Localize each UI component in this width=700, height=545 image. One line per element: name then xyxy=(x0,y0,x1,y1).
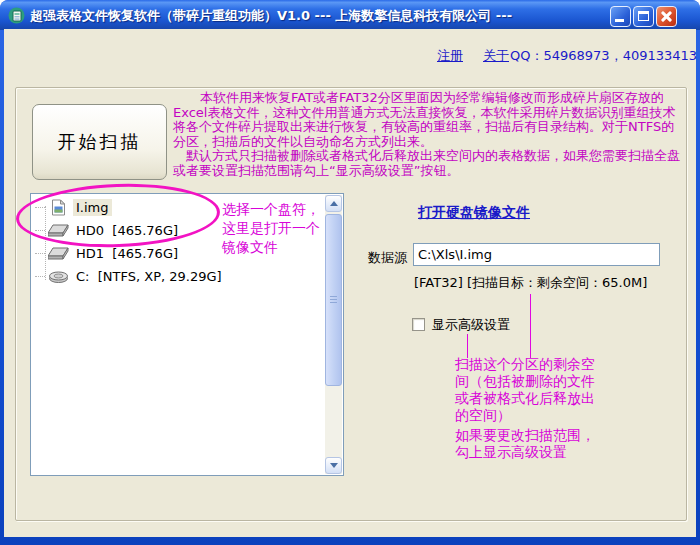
register-link[interactable]: 注册 xyxy=(437,47,463,65)
advanced-settings-checkbox[interactable] xyxy=(412,318,425,331)
maximize-button[interactable] xyxy=(633,6,654,27)
advanced-settings-label[interactable]: 显示高级设置 xyxy=(432,316,510,334)
hard-disk-icon xyxy=(47,222,69,240)
qq-contact-text: QQ：54968973，409133413 xyxy=(510,47,697,65)
scroll-up-button[interactable] xyxy=(325,195,342,212)
about-link[interactable]: 关于 xyxy=(483,47,509,65)
arrow-up-icon xyxy=(330,201,338,206)
scroll-down-button[interactable] xyxy=(325,457,342,474)
drive-item-label: I.img xyxy=(73,199,112,216)
datasource-label: 数据源 xyxy=(368,249,407,267)
drive-item-c[interactable]: C: [NTFS, XP, 29.29G] xyxy=(35,265,323,288)
minimize-icon xyxy=(615,19,624,22)
drive-item-label: HD1 [465.76G] xyxy=(73,245,181,262)
open-disk-image-link[interactable]: 打开硬盘镜像文件 xyxy=(418,204,530,222)
app-window: 超强表格文件恢复软件（带碎片重组功能）V1.0 --- 上海数擎信息科技有限公司… xyxy=(0,0,700,545)
start-scan-button[interactable]: 开始扫描 xyxy=(32,104,167,180)
system-drive-icon xyxy=(47,268,69,286)
datasource-path-input[interactable] xyxy=(413,243,660,266)
drive-item-label: C: [NTFS, XP, 29.29G] xyxy=(73,268,225,285)
image-file-icon xyxy=(47,199,69,217)
maximize-icon xyxy=(638,11,649,21)
intro-description: 本软件用来恢复FAT或者FAT32分区里面因为经常编辑修改而形成碎片扇区存放的E… xyxy=(173,91,686,178)
arrow-down-icon xyxy=(330,463,338,468)
hard-disk-icon xyxy=(47,245,69,263)
scrollbar-thumb[interactable] xyxy=(325,214,342,386)
annotation-line-checkbox xyxy=(467,334,468,358)
drive-item-label: HD0 [465.76G] xyxy=(73,222,181,239)
close-button[interactable] xyxy=(656,6,677,27)
filesystem-info-text: [FAT32] [扫描目标：剩余空间：65.0M] xyxy=(414,274,647,292)
drive-selection-hint: 选择一个盘符， 这里是打开一个 镜像文件 xyxy=(222,200,320,257)
free-space-hint: 扫描这个分区的剩余空 间（包括被删除的文件 或者被格式化后释放出 的空间） xyxy=(455,356,595,424)
annotation-line-fsinfo xyxy=(530,294,531,358)
window-title: 超强表格文件恢复软件（带碎片重组功能）V1.0 --- 上海数擎信息科技有限公司… xyxy=(30,7,512,25)
title-bar[interactable]: 超强表格文件恢复软件（带碎片重组功能）V1.0 --- 上海数擎信息科技有限公司… xyxy=(0,0,700,30)
intro-paragraph-2: 默认方式只扫描被删除或者格式化后释放出来空间内的表格数据，如果您需要扫描全盘或者… xyxy=(173,149,686,178)
list-scrollbar[interactable] xyxy=(325,195,342,474)
minimize-button[interactable] xyxy=(610,6,631,27)
app-icon xyxy=(8,7,25,24)
scan-range-hint: 如果要更改扫描范围， 勾上显示高级设置 xyxy=(455,427,595,461)
intro-paragraph-1: 本软件用来恢复FAT或者FAT32分区里面因为经常编辑修改而形成碎片扇区存放的E… xyxy=(173,91,686,149)
